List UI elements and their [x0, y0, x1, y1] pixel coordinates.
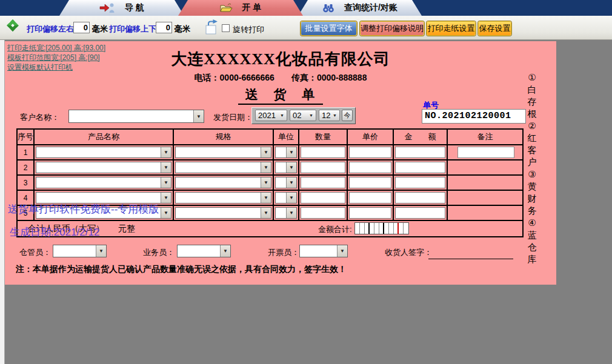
amount-input[interactable] — [395, 177, 445, 188]
unit-select[interactable]: ▼ — [275, 147, 297, 158]
quantity-input[interactable] — [301, 147, 345, 158]
amount-input[interactable] — [395, 162, 445, 173]
table-row: 2▼▼▼ — [18, 160, 522, 176]
spec-select-field[interactable] — [176, 177, 261, 188]
app-window: 导 航 开 单 查询统计/对账 打印偏移左右 — [0, 0, 612, 364]
amount-input-cell — [394, 191, 448, 205]
company-name: 大连XXXXXX化妆品有限公司 — [5, 48, 556, 70]
spec-select-field[interactable] — [176, 208, 261, 218]
today-button[interactable]: 今 — [342, 110, 353, 121]
amount-digit-cell — [370, 223, 374, 234]
tab-navigation-label: 导 航 — [125, 2, 144, 13]
quantity-input[interactable] — [301, 162, 345, 173]
unit-select-field[interactable] — [276, 162, 286, 173]
tab-navigation[interactable]: 导 航 — [59, 0, 184, 16]
dropdown-arrow-icon[interactable]: ▼ — [286, 162, 296, 173]
warehouse-select-field[interactable] — [53, 245, 96, 257]
offset-lr-input[interactable] — [73, 22, 90, 33]
chevron-down-icon: ▼ — [309, 113, 313, 117]
dropdown-arrow-icon[interactable]: ▼ — [337, 245, 347, 257]
unit-select[interactable]: ▼ — [275, 162, 297, 173]
remark-input[interactable] — [457, 147, 514, 158]
dropdown-arrow-icon[interactable]: ▼ — [286, 208, 296, 218]
dropdown-arrow-icon[interactable]: ▼ — [161, 147, 171, 157]
unit-select[interactable]: ▼ — [275, 177, 297, 188]
spec-select[interactable]: ▼ — [175, 147, 271, 158]
amount-input-cell — [394, 160, 448, 174]
price-input[interactable] — [349, 147, 391, 158]
rotate-print-checkbox[interactable] — [222, 24, 230, 32]
warehouse-select[interactable]: ▼ — [53, 245, 107, 257]
dropdown-arrow-icon[interactable]: ▼ — [261, 162, 271, 173]
dropdown-arrow-icon[interactable]: ▼ — [286, 193, 296, 203]
customer-select[interactable]: ▼ — [68, 110, 204, 123]
watermark-link[interactable]: 送货单打印软件免费版--专用模版 — [8, 202, 159, 216]
amount-input[interactable] — [395, 192, 445, 204]
customer-select-field[interactable] — [69, 110, 193, 122]
delivery-form: 打印走纸宽:[205.00] 高:[93.00] 模板打印范围宽:[205] 高… — [5, 41, 556, 285]
tab-billing[interactable]: 开 单 — [178, 0, 303, 16]
spec-select-field[interactable] — [176, 162, 261, 173]
amount-input[interactable] — [395, 147, 445, 158]
quantity-input[interactable] — [301, 207, 345, 219]
save-settings-button[interactable]: 保存设置 — [478, 21, 511, 36]
spec-select[interactable]: ▼ — [175, 192, 271, 204]
product-select-field[interactable] — [36, 177, 161, 188]
order-no-input[interactable]: NO.202102120001 — [422, 109, 526, 124]
price-input[interactable] — [349, 207, 391, 219]
unit-select-field[interactable] — [276, 208, 286, 218]
product-select-field[interactable] — [36, 193, 161, 203]
dropdown-arrow-icon[interactable]: ▼ — [261, 208, 271, 218]
price-input[interactable] — [349, 162, 391, 173]
adjust-offset-help-button[interactable]: 调整打印偏移说明 — [360, 21, 424, 36]
product-select-field[interactable] — [36, 162, 161, 173]
unit-select-field[interactable] — [276, 177, 286, 188]
month-select[interactable]: 02▼ — [290, 110, 316, 121]
dropdown-arrow-icon[interactable]: ▼ — [261, 147, 271, 157]
spec-select[interactable]: ▼ — [175, 162, 271, 173]
product-select-field[interactable] — [36, 147, 161, 157]
price-input-cell — [348, 206, 394, 220]
dropdown-arrow-icon[interactable]: ▼ — [261, 177, 271, 188]
spec-select-field[interactable] — [176, 147, 261, 157]
product-cell: ▼ — [35, 145, 174, 159]
dropdown-arrow-icon[interactable]: ▼ — [261, 193, 271, 203]
issuer-select-field[interactable] — [300, 245, 337, 257]
salesman-select[interactable]: ▼ — [177, 245, 231, 257]
year-select[interactable]: 2021▼ — [255, 110, 287, 121]
dropdown-arrow-icon[interactable]: ▼ — [286, 177, 296, 188]
unit-select-field[interactable] — [276, 147, 286, 157]
quantity-input[interactable] — [301, 177, 345, 188]
tab-query-stats[interactable]: 查询统计/对账 — [298, 0, 422, 16]
dropdown-arrow-icon[interactable]: ▼ — [161, 208, 171, 218]
paper-feed-settings-button[interactable]: 打印走纸设置 — [427, 21, 476, 36]
price-input[interactable] — [349, 192, 391, 204]
dropdown-arrow-icon[interactable]: ▼ — [96, 245, 106, 257]
product-select[interactable]: ▼ — [36, 177, 171, 188]
dropdown-arrow-icon[interactable]: ▼ — [220, 245, 230, 257]
dropdown-arrow-icon[interactable]: ▼ — [161, 193, 171, 203]
unit-select-field[interactable] — [276, 193, 286, 203]
warehouse-label: 仓管员： — [19, 247, 51, 258]
unit-select[interactable]: ▼ — [275, 192, 297, 204]
quantity-input[interactable] — [301, 192, 345, 204]
product-select[interactable]: ▼ — [36, 147, 171, 158]
salesman-select-field[interactable] — [178, 245, 220, 257]
offset-ud-input[interactable] — [156, 22, 172, 33]
dropdown-arrow-icon[interactable]: ▼ — [193, 110, 204, 122]
day-select[interactable]: 12▼ — [319, 110, 340, 121]
batch-font-button[interactable]: 批量设置字体 — [301, 21, 357, 36]
amount-input[interactable] — [395, 207, 445, 219]
issuer-select[interactable]: ▼ — [299, 245, 348, 257]
spec-select-field[interactable] — [176, 193, 261, 203]
dropdown-arrow-icon[interactable]: ▼ — [161, 162, 171, 173]
amount-input-cell — [394, 145, 448, 159]
dropdown-arrow-icon[interactable]: ▼ — [161, 177, 171, 188]
issuer-label: 开票员： — [268, 247, 299, 258]
spec-select[interactable]: ▼ — [175, 207, 271, 219]
price-input[interactable] — [349, 177, 391, 188]
unit-select[interactable]: ▼ — [275, 207, 297, 219]
dropdown-arrow-icon[interactable]: ▼ — [286, 147, 296, 157]
product-select[interactable]: ▼ — [36, 162, 171, 173]
spec-select[interactable]: ▼ — [175, 177, 271, 188]
